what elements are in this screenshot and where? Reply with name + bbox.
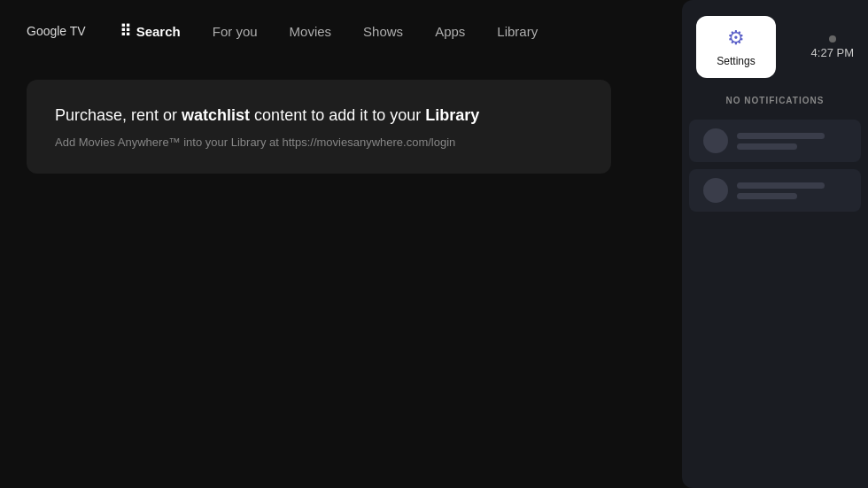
- notif-line-2a: [737, 182, 825, 189]
- settings-label: Settings: [717, 55, 755, 67]
- notif-line-1a: [737, 133, 825, 139]
- title-plain-2: content to add it to your: [250, 106, 425, 124]
- nav-search-label: Search: [136, 24, 181, 39]
- nav-item-shows[interactable]: Shows: [351, 17, 415, 46]
- main-content: Google TV ⠿ Search For you Movies Shows …: [0, 0, 647, 488]
- library-card-subtitle: Add Movies Anywhere™ into your Library a…: [55, 136, 583, 149]
- library-card-title: Purchase, rent or watchlist content to a…: [55, 105, 583, 127]
- title-plain-1: Purchase, rent or: [55, 106, 182, 124]
- search-dots-icon: ⠿: [120, 21, 131, 41]
- nav-for-you-label: For you: [213, 24, 258, 39]
- nav-bar: Google TV ⠿ Search For you Movies Shows …: [0, 0, 647, 62]
- time-text: 4:27 PM: [811, 46, 854, 59]
- nav-item-movies[interactable]: Movies: [277, 17, 345, 46]
- notif-avatar-2: [703, 178, 728, 203]
- nav-shows-label: Shows: [363, 24, 403, 39]
- nav-library-label: Library: [497, 24, 538, 39]
- title-bold-library: Library: [425, 106, 479, 124]
- notification-row-2: [689, 169, 861, 212]
- notif-lines-2: [737, 182, 847, 199]
- settings-card[interactable]: ⚙ Settings: [696, 16, 776, 78]
- notif-lines-1: [737, 133, 847, 150]
- nav-apps-label: Apps: [435, 24, 465, 39]
- nav-movies-label: Movies: [290, 24, 332, 39]
- right-panel: ⚙ Settings 4:27 PM NO NOTIFICATIONS: [682, 0, 868, 488]
- title-bold-watchlist: watchlist: [182, 106, 250, 124]
- settings-area: ⚙ Settings 4:27 PM: [682, 0, 868, 89]
- notification-row-1: [689, 120, 861, 162]
- nav-item-apps[interactable]: Apps: [422, 17, 477, 46]
- nav-item-for-you[interactable]: For you: [200, 17, 270, 46]
- app-logo: Google TV: [27, 24, 86, 38]
- nav-item-search[interactable]: ⠿ Search: [107, 14, 193, 48]
- library-card: Purchase, rent or watchlist content to a…: [27, 80, 611, 174]
- status-dot: [829, 35, 836, 43]
- time-display: 4:27 PM: [811, 35, 854, 59]
- gear-icon: ⚙: [727, 27, 745, 50]
- nav-item-library[interactable]: Library: [484, 17, 550, 46]
- notif-line-2b: [737, 193, 797, 199]
- notif-avatar-1: [703, 128, 728, 153]
- no-notifications-label: NO NOTIFICATIONS: [682, 89, 868, 116]
- notif-line-1b: [737, 143, 797, 150]
